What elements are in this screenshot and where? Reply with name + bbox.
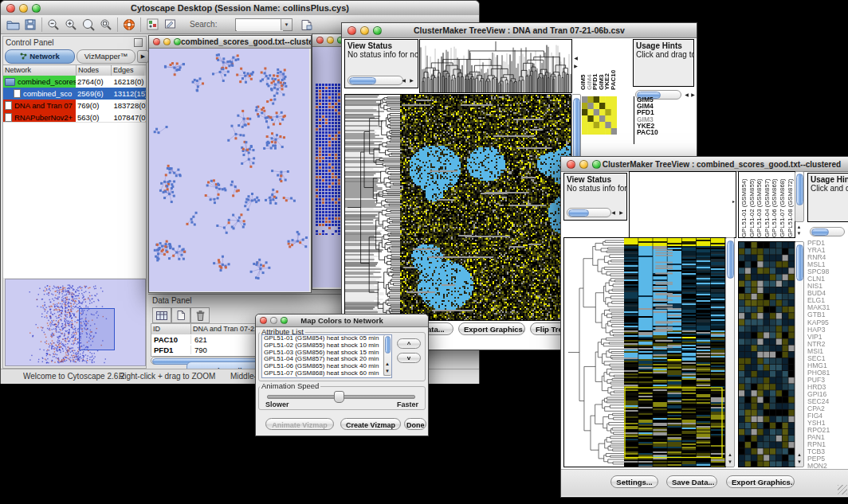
- minimize-button[interactable]: [270, 317, 277, 324]
- scroll-right-icon[interactable]: ▶: [618, 209, 625, 217]
- column-dendrogram[interactable]: [419, 39, 572, 93]
- row-dendrogram[interactable]: [344, 94, 402, 321]
- treeview-dna-titlebar[interactable]: ClusterMaker TreeView : DNA and Tran 07-…: [342, 23, 697, 38]
- tab-overflow-arrow[interactable]: ▶: [137, 50, 149, 63]
- zoom-out-button[interactable]: [45, 17, 62, 33]
- scroll-up-icon[interactable]: ▲: [796, 451, 803, 459]
- column-label[interactable]: GPL51-08 (GSM872): [787, 172, 795, 237]
- scroll-down-icon[interactable]: ▼: [795, 230, 803, 237]
- node-context-button[interactable]: [143, 17, 161, 33]
- scrollbar-thumb[interactable]: [385, 336, 391, 354]
- tab-vizmapper[interactable]: VizMapper™: [77, 49, 135, 64]
- scroll-up-icon[interactable]: ▲: [727, 451, 734, 459]
- open-session-button[interactable]: [4, 17, 22, 33]
- scrollbar-thumb[interactable]: [727, 240, 734, 279]
- attribute-list-item[interactable]: GPL51-04 (GSM857) heat shock 20 min: [264, 356, 391, 363]
- zoom-heatmap[interactable]: [738, 241, 795, 467]
- attribute-list-item[interactable]: GPL51-07 (GSM868) heat shock 60 min: [264, 370, 391, 377]
- zoom-fit-button[interactable]: [80, 17, 97, 33]
- close-button[interactable]: [153, 38, 160, 45]
- close-button[interactable]: [6, 4, 15, 13]
- map-dialog-titlebar[interactable]: Map Colors to Network: [256, 315, 428, 327]
- scroll-right-icon[interactable]: ▶: [408, 77, 415, 84]
- move-up-button[interactable]: ^: [397, 338, 421, 349]
- column-label[interactable]: GPL51-03 (GSM856): [756, 172, 764, 237]
- dendro-scroll-left-icon[interactable]: ◀: [572, 55, 579, 62]
- save-data-button[interactable]: Save Data...: [666, 475, 717, 488]
- close-button[interactable]: [567, 160, 575, 169]
- minimize-button[interactable]: [163, 38, 171, 45]
- dendro-scroll-right-icon[interactable]: ▶: [572, 63, 579, 70]
- view-status-hscrollbar[interactable]: [567, 208, 611, 217]
- network-view-canvas-2[interactable]: [315, 84, 344, 235]
- scrollbar-thumb[interactable]: [796, 174, 803, 205]
- column-label[interactable]: GIM5: [580, 41, 587, 90]
- done-button[interactable]: Done: [404, 418, 426, 430]
- column-header-edges[interactable]: Edges: [112, 65, 144, 76]
- move-down-button[interactable]: v: [397, 353, 421, 363]
- network-tree-row[interactable]: combined_scores 2764(0) 16218(0): [3, 76, 146, 88]
- minimize-button[interactable]: [360, 26, 369, 35]
- animate-vizmap-button[interactable]: Animate Vizmap: [265, 418, 334, 430]
- export-graphics-button[interactable]: Export Graphics...: [726, 475, 795, 488]
- usage-hints-hscrollbar[interactable]: [810, 227, 845, 236]
- network-view-canvas-1[interactable]: [149, 49, 309, 291]
- attribute-list-item[interactable]: GPL51-01 (GSM854) heat shock 05 min: [264, 335, 391, 342]
- zoom-in-button[interactable]: [62, 17, 80, 33]
- zoom-selected-button[interactable]: [97, 17, 115, 33]
- scroll-right-icon[interactable]: ▶: [689, 92, 697, 99]
- close-button[interactable]: [347, 26, 356, 35]
- scrollbar-thumb[interactable]: [811, 229, 829, 236]
- zoom-button[interactable]: [281, 317, 288, 324]
- create-vizmap-button[interactable]: Create Vizmap: [340, 418, 401, 430]
- scroll-down-icon[interactable]: ▼: [384, 368, 391, 375]
- column-label[interactable]: GPL51-07 (GSM868): [779, 172, 787, 237]
- row-dendrogram[interactable]: [563, 237, 626, 467]
- network-tree-row[interactable]: DNA and Tran 07 769(0) 183728(0): [3, 100, 146, 111]
- combined-heatmap[interactable]: [624, 237, 726, 467]
- column-header-nodes[interactable]: Nodes: [77, 65, 112, 76]
- scroll-up-icon[interactable]: ▲: [384, 361, 391, 368]
- expand-arrow-icon[interactable]: ▸: [730, 198, 737, 205]
- column-label[interactable]: GPL51-04 (GSM857): [764, 172, 771, 237]
- zoom-button[interactable]: [174, 38, 181, 45]
- gene-label[interactable]: MON2: [807, 463, 847, 469]
- settings-button[interactable]: Settings...: [610, 475, 658, 488]
- birdseye-overview[interactable]: [5, 279, 146, 366]
- scroll-left-icon[interactable]: ◀: [400, 77, 407, 84]
- dropdown-arrow-icon[interactable]: ▼: [281, 19, 292, 30]
- save-image-button[interactable]: [297, 17, 315, 33]
- animation-slider-handle[interactable]: [334, 391, 344, 403]
- resize-grip[interactable]: [838, 485, 847, 494]
- minimize-button[interactable]: [327, 37, 334, 44]
- selected-cluster-matrix[interactable]: [582, 96, 617, 135]
- tab-network[interactable]: Network: [5, 49, 75, 64]
- attribute-list-item[interactable]: GPL51-02 (GSM855) heat shock 10 min: [264, 342, 391, 350]
- dna-heatmap[interactable]: [400, 94, 571, 321]
- annotation-button[interactable]: [161, 17, 179, 33]
- scroll-down-icon[interactable]: ▼: [796, 459, 803, 466]
- dna-export-graphics-button[interactable]: Export Graphics...: [458, 322, 525, 335]
- scrollbar-thumb[interactable]: [568, 209, 589, 217]
- column-label[interactable]: GPL51-06 (GSM865): [771, 172, 779, 237]
- column-label[interactable]: YKE2: [604, 41, 610, 90]
- close-button[interactable]: [260, 317, 267, 324]
- zoom-button[interactable]: [32, 4, 41, 13]
- zoom-button[interactable]: [373, 26, 382, 35]
- view-status-hscrollbar[interactable]: [347, 76, 403, 85]
- network-tree-row[interactable]: combined_sco 2569(6) 13112(15): [3, 88, 146, 100]
- column-label[interactable]: PFD1: [592, 41, 599, 90]
- zoom-button[interactable]: [592, 160, 601, 169]
- heatmap-vscrollbar[interactable]: ▲ ▼: [725, 237, 735, 467]
- main-titlebar[interactable]: Cytoscape Desktop (Session Name: collins…: [1, 1, 479, 16]
- close-button[interactable]: [316, 37, 324, 44]
- column-label[interactable]: GPL51-01 (GSM854): [740, 172, 748, 237]
- attribute-list-vscrollbar[interactable]: ▲ ▼: [383, 335, 391, 376]
- scrollbar-thumb[interactable]: [796, 244, 803, 281]
- treeview-combined-titlebar[interactable]: ClusterMaker TreeView : combined_scores_…: [561, 157, 848, 172]
- search-combobox[interactable]: ▼: [235, 18, 292, 31]
- save-session-button[interactable]: [22, 17, 39, 33]
- row-label[interactable]: PAC10: [637, 129, 685, 135]
- scrollbar-thumb[interactable]: [349, 77, 376, 84]
- column-label[interactable]: PAC10: [610, 41, 617, 90]
